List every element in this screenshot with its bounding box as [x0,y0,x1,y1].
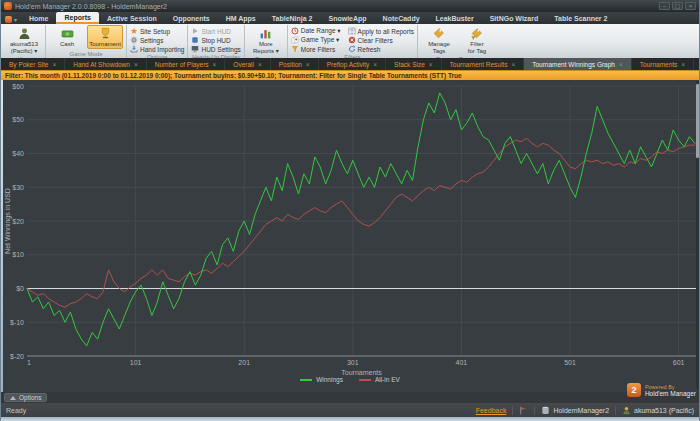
options-button[interactable]: Options [4,393,47,402]
svg-text:$60: $60 [12,83,24,90]
tab-close-icon[interactable]: × [619,61,623,68]
svg-text:301: 301 [347,359,359,366]
bar-chart-icon [259,27,272,40]
apply-all-icon [348,27,356,35]
svg-text:$10: $10 [12,251,24,258]
close-button[interactable]: × [685,2,696,10]
report-tab[interactable]: Position × [271,58,319,70]
tab-close-icon[interactable]: × [681,61,685,68]
menu-item[interactable]: HM Apps [218,12,264,24]
report-tab[interactable]: Overall × [225,58,270,70]
hero-player-button[interactable]: akuma513 (Pacific) ▾ [6,25,42,55]
report-tab[interactable]: Tournament Winnings Graph × [524,58,632,70]
status-bar: Ready Feedback HoldemManager2 akuma513 (… [1,403,699,417]
user-indicator[interactable]: akuma513 (Pacific) [622,406,694,415]
hand-importing-button[interactable]: Hand Importing [130,45,184,53]
status-ready: Ready [6,407,26,414]
tournament-button[interactable]: Tournament [87,25,123,49]
chart-panel: $60$50$40$30$20$10$0$-10$-20110120130140… [1,80,699,392]
svg-text:$0: $0 [16,285,24,292]
tab-close-icon[interactable]: × [373,61,377,68]
filter-for-tag-button[interactable]: Filter for Tag [459,25,495,55]
stop-hud-button[interactable]: Stop HUD [191,36,240,44]
svg-text:$-10: $-10 [10,319,24,326]
import-icon [130,45,138,53]
svg-text:$50: $50 [12,116,24,123]
database-indicator[interactable]: HoldemManager2 [541,406,609,415]
menu-item[interactable]: NoteCaddy [375,12,428,24]
tab-close-icon[interactable]: × [306,61,310,68]
app-window: Hold'em Manager 2.0.0.8098 - HoldemManag… [0,0,700,421]
minimize-button[interactable]: – [659,2,670,10]
funnel-icon [291,45,299,53]
tab-close-icon[interactable]: × [52,61,56,68]
menu-item[interactable]: Active Session [99,12,165,24]
report-tab[interactable]: By Poker Site × [1,58,65,70]
scrollbar-thumb[interactable] [696,84,699,158]
ribbon-group-filters: Date Range ▾ Game Type ▾ More Filters Ap… [288,25,418,58]
hm-logo-icon [5,16,12,23]
clear-x-icon [348,36,356,44]
play-icon [191,27,199,35]
hud-settings-button[interactable]: HUD Settings [191,45,240,53]
maximize-button[interactable]: ▢ [672,2,683,10]
cash-icon [61,27,74,40]
cards-icon [291,36,299,44]
manage-tags-button[interactable]: Manage Tags [421,25,457,55]
flag-icon [519,406,528,415]
menu-item[interactable]: SitNGo Wizard [482,12,547,24]
report-tab[interactable]: Stack Size × [386,58,442,70]
tab-close-icon[interactable]: × [134,61,138,68]
menu-item[interactable]: LeakBuster [428,12,482,24]
game-type-button[interactable]: Game Type ▾ [291,36,341,44]
feedback-link[interactable]: Feedback [476,407,507,414]
site-setup-button[interactable]: Site Setup [130,27,184,35]
flag-indicator[interactable] [519,406,528,415]
menu-item[interactable]: Home [21,12,56,24]
report-tab[interactable]: Tournament Results × [442,58,525,70]
svg-text:Net Winnings in USD: Net Winnings in USD [4,188,12,254]
tab-close-icon[interactable]: × [213,61,217,68]
filter-bar: Filter: This month (01.11.2019 0:00 to 0… [1,70,699,80]
legend-swatch [359,379,371,381]
tab-close-icon[interactable]: × [429,61,433,68]
menu-item[interactable]: Opponents [165,12,218,24]
refresh-button[interactable]: Refresh [348,45,414,53]
svg-text:$40: $40 [12,150,24,157]
menu-item[interactable]: Reports [56,12,98,24]
report-tab[interactable]: Preflop Activity × [319,58,386,70]
legend-label: All-in EV [375,376,400,383]
menu-item[interactable]: SnowieApp [320,12,374,24]
report-tab[interactable]: Hand At Showdown × [65,58,147,70]
winnings-chart[interactable]: $60$50$40$30$20$10$0$-10$-20110120130140… [1,80,700,392]
tab-close-icon[interactable]: × [511,61,515,68]
ribbon-group-reports: More Reports ▾ Reports [245,25,288,58]
report-tab[interactable]: Tournaments × [632,58,694,70]
ribbon-group-options: Site Setup Settings Hand Importing Optio… [127,25,188,58]
more-filters-button[interactable]: More Filters [291,45,341,53]
cash-button[interactable]: Cash [49,25,85,49]
chart-scrollbar[interactable] [696,81,699,389]
database-icon [541,406,550,415]
apply-to-all-reports-button[interactable]: Apply to all Reports [348,27,414,35]
menu-item[interactable]: TableNinja 2 [264,12,321,24]
menu-item[interactable]: Table Scanner 2 [546,12,615,24]
hm-quick-menu[interactable]: ▾ [3,16,21,24]
settings-button[interactable]: Settings [130,36,184,44]
more-reports-button[interactable]: More Reports ▾ [248,25,284,55]
chart-legend: WinningsAll-in EV [1,376,699,383]
date-range-button[interactable]: Date Range ▾ [291,27,341,35]
trophy-icon [99,27,112,40]
svg-text:$30: $30 [12,184,24,191]
title-bar: Hold'em Manager 2.0.0.8098 - HoldemManag… [1,0,699,12]
window-title: Hold'em Manager 2.0.0.8098 - HoldemManag… [15,3,167,10]
panel-left-edge [1,80,3,392]
report-tab[interactable]: Number of Players × [147,58,226,70]
refresh-icon [348,45,356,53]
tab-close-icon[interactable]: × [258,61,262,68]
collapse-up-icon [10,396,16,400]
clear-filters-button[interactable]: Clear Filters [348,36,414,44]
legend-item-all-in-ev: All-in EV [359,376,400,383]
start-hud-button[interactable]: Start HUD [191,27,240,35]
ribbon: akuma513 (Pacific) ▾ Hero Cash Tournamen… [1,24,699,58]
